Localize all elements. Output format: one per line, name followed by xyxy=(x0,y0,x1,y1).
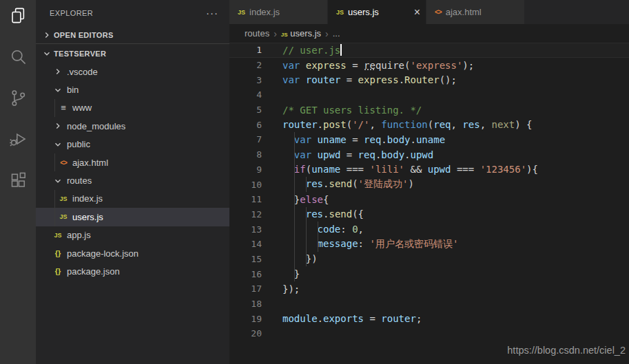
chevron-down-icon xyxy=(51,85,65,96)
code-line-6[interactable]: 6router.post('/', function(req, res, nex… xyxy=(229,117,629,132)
code-line-content: module.exports = router; xyxy=(282,311,422,326)
code-line-20[interactable]: 20 xyxy=(229,326,629,341)
code-line-content: }) xyxy=(282,252,318,267)
code-line-11[interactable]: 11 }else{ xyxy=(229,192,629,207)
indent-guide xyxy=(294,177,295,192)
code-line-2[interactable]: 2var express = require('express'); xyxy=(229,58,629,73)
open-editors-section[interactable]: OPEN EDITORS xyxy=(36,26,229,44)
activity-item-source-control[interactable] xyxy=(5,86,31,112)
indent-guide xyxy=(294,192,295,207)
code-line-17[interactable]: 17}); xyxy=(229,281,629,297)
code-line-content: var router = express.Router(); xyxy=(282,72,457,87)
chevron-right-icon xyxy=(51,120,65,131)
code-line-13[interactable]: 13 code: 0, xyxy=(229,222,629,237)
code-line-content: } xyxy=(282,266,300,281)
more-actions-icon[interactable]: ··· xyxy=(206,10,218,17)
indent-guide xyxy=(306,177,307,192)
tab-label: ajax.html xyxy=(446,7,482,17)
line-number: 3 xyxy=(229,75,262,85)
code-line-9[interactable]: 9 if(uname === 'lili' && upwd === '12345… xyxy=(229,162,629,178)
tab-users-js[interactable]: JSusers.js× xyxy=(328,0,426,24)
tree-item-vscode[interactable]: .vscode xyxy=(36,63,229,81)
activity-item-run-debug[interactable] xyxy=(5,127,31,153)
code-line-content: if(uname === 'lili' && upwd === '123456'… xyxy=(282,162,538,178)
html-file-icon: <> xyxy=(60,159,67,167)
breadcrumb-item-routes[interactable]: routes xyxy=(245,28,269,39)
activity-bar xyxy=(0,0,36,364)
line-number: 18 xyxy=(229,299,262,309)
code-line-18[interactable]: 18 xyxy=(229,297,629,312)
code-line-4[interactable]: 4 xyxy=(229,87,629,103)
tree-item-package-json[interactable]: {}package.json xyxy=(36,262,229,280)
explorer-sidebar: EXPLORER ··· OPEN EDITORS TESTSERVER .vs… xyxy=(36,0,229,364)
tree-item-node-modules[interactable]: node_modules xyxy=(36,117,229,135)
tree-item-ajax-html[interactable]: <>ajax.html xyxy=(36,153,229,171)
tree-item-package-lock-json[interactable]: {}package-lock.json xyxy=(36,244,229,262)
line-number: 8 xyxy=(229,149,262,160)
code-line-19[interactable]: 19module.exports = router; xyxy=(229,311,629,326)
tab-ajax-html[interactable]: <>ajax.html× xyxy=(426,0,524,24)
code-line-content: }); xyxy=(282,281,300,297)
breadcrumb-item-[interactable]: ... xyxy=(333,28,340,39)
text-cursor xyxy=(340,44,342,56)
vscode-window: EXPLORER ··· OPEN EDITORS TESTSERVER .vs… xyxy=(0,0,629,364)
sidebar-title: EXPLORER xyxy=(50,9,93,17)
js-file-icon: JS xyxy=(281,32,288,38)
activity-item-extensions[interactable] xyxy=(5,169,31,195)
code-line-10[interactable]: 10 res.send('登陆成功') xyxy=(229,177,629,192)
indent-guide xyxy=(294,252,295,267)
tree-item-users-js[interactable]: JSusers.js xyxy=(36,208,229,226)
js-file-icon: JS xyxy=(238,9,245,16)
code-line-content: // user.js xyxy=(282,43,342,57)
code-line-content: /* GET users listing. */ xyxy=(282,103,422,118)
indent-guide xyxy=(318,222,318,237)
code-line-16[interactable]: 16 } xyxy=(229,266,629,281)
chevron-down-icon xyxy=(41,48,52,59)
code-line-5[interactable]: 5/* GET users listing. */ xyxy=(229,103,629,118)
tree-item-label: .vscode xyxy=(67,67,98,77)
workspace-section-testserver[interactable]: TESTSERVER xyxy=(36,44,229,63)
line-number: 7 xyxy=(229,134,262,144)
line-number: 1 xyxy=(229,45,262,55)
tree-item-www[interactable]: ≡www xyxy=(36,99,229,117)
tree-item-routes[interactable]: routes xyxy=(36,171,229,189)
line-number: 10 xyxy=(229,180,262,190)
activity-item-search[interactable] xyxy=(5,45,31,71)
tree-item-index-js[interactable]: JSindex.js xyxy=(36,190,229,208)
code-line-8[interactable]: 8 var upwd = req.body.upwd xyxy=(229,147,629,162)
tab-index-js[interactable]: JSindex.js× xyxy=(229,0,327,24)
code-line-content: var upwd = req.body.upwd xyxy=(282,147,433,162)
line-number: 13 xyxy=(229,224,262,235)
code-line-15[interactable]: 15 }) xyxy=(229,252,629,267)
breadcrumb-item-users-js[interactable]: JS users.js xyxy=(281,28,321,39)
code-line-1[interactable]: 1// user.js xyxy=(229,43,629,58)
close-icon[interactable]: × xyxy=(414,8,420,17)
indent-guide xyxy=(294,132,295,147)
editor-group: JSindex.js×JSusers.js×<>ajax.html× route… xyxy=(229,0,629,364)
activity-item-explorer[interactable] xyxy=(5,3,31,30)
tree-item-label: routes xyxy=(67,175,92,186)
tree-item-label: app.js xyxy=(67,230,91,240)
indent-guide xyxy=(294,162,295,178)
tree-item-bin[interactable]: bin xyxy=(36,81,229,98)
code-line-7[interactable]: 7 var uname = req.body.uname xyxy=(229,132,629,147)
code-line-12[interactable]: 12 res.send({ xyxy=(229,207,629,222)
line-number: 4 xyxy=(229,89,262,100)
sidebar-header: EXPLORER ··· xyxy=(36,0,229,26)
line-number: 20 xyxy=(229,328,262,339)
line-number: 9 xyxy=(229,164,262,175)
workspace-label: TESTSERVER xyxy=(54,50,106,58)
chevron-right-icon xyxy=(51,66,65,77)
explorer-icon xyxy=(9,6,28,28)
code-editor[interactable]: 1// user.js2var express = require('expre… xyxy=(229,43,629,364)
chevron-down-icon xyxy=(51,175,65,186)
code-line-3[interactable]: 3var router = express.Router(); xyxy=(229,72,629,87)
tree-item-app-js[interactable]: JSapp.js xyxy=(36,226,229,244)
line-number: 6 xyxy=(229,120,262,130)
tree-item-public[interactable]: public xyxy=(36,136,229,153)
tab-label: users.js xyxy=(348,7,379,17)
code-line-14[interactable]: 14 message: '用户名或密码错误' xyxy=(229,237,629,252)
tree-item-label: node_modules xyxy=(67,121,125,131)
line-number: 19 xyxy=(229,314,262,324)
tree-item-label: public xyxy=(67,139,90,149)
